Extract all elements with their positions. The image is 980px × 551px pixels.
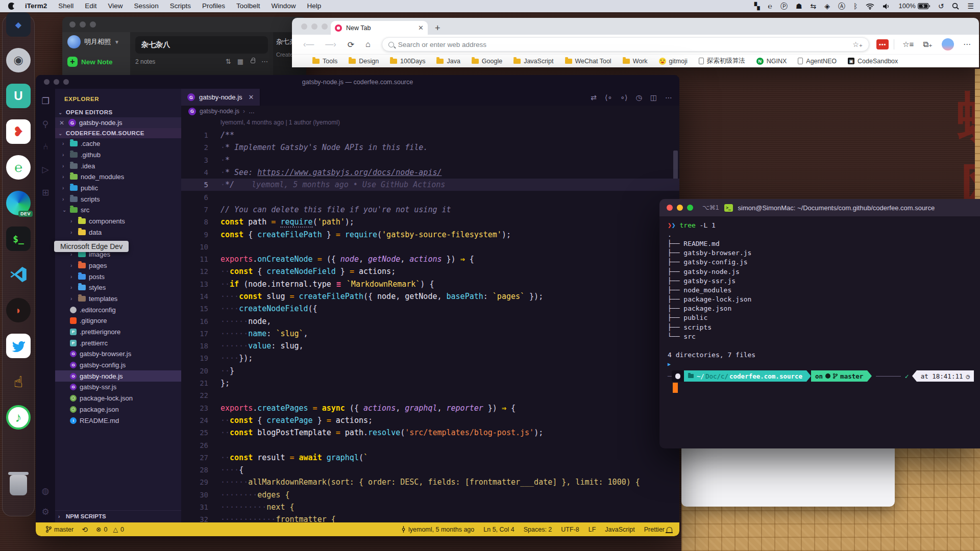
tree-item-pages[interactable]: ›pages xyxy=(55,260,181,271)
wifi-icon[interactable] xyxy=(866,3,874,10)
code-editor[interactable]: lyemoml, 4 months ago | 1 author (lyemom… xyxy=(181,117,679,522)
tree-item-node_modules[interactable]: ›node_modules xyxy=(55,171,181,183)
menu-item-window[interactable]: Window xyxy=(266,0,301,12)
tree-item-README.md[interactable]: iREADME.md xyxy=(55,415,181,426)
menu-item-app[interactable]: iTerm2 xyxy=(20,0,52,12)
problems-status[interactable]: ⊗0 △0 xyxy=(96,525,124,533)
menu-item-scripts[interactable]: Scripts xyxy=(165,0,196,12)
tree-item-src[interactable]: ⌄src xyxy=(55,205,181,216)
vscode-titlebar[interactable]: gatsby-node.js — coderfee.com.source xyxy=(36,75,679,89)
blame-status[interactable]: lyemoml, 5 months ago xyxy=(401,526,474,533)
spotlight-icon[interactable] xyxy=(952,3,959,10)
next-change-icon[interactable]: ∘⟩ xyxy=(620,93,627,102)
lock-icon[interactable] xyxy=(251,60,255,63)
breadcrumb[interactable]: G gatsby-node.js › … xyxy=(181,106,679,117)
dock-item-red-bird-app[interactable]: ❥ xyxy=(5,118,32,145)
notes-close-button[interactable] xyxy=(69,21,76,28)
new-note-button[interactable]: + New Note xyxy=(67,57,125,67)
tree-item-gatsby-browser.js[interactable]: Ggatsby-browser.js xyxy=(55,348,181,360)
run-debug-icon[interactable]: ▷ xyxy=(42,164,48,175)
window-manager-icon[interactable]: ▚ xyxy=(754,0,760,12)
source-control-icon[interactable]: ⑃ xyxy=(43,142,48,152)
note-list-item[interactable]: 杂七杂八 xyxy=(135,36,268,54)
home-icon[interactable]: ⌂ xyxy=(361,40,375,49)
terminal-titlebar[interactable]: ⌥⌘1 >_ simon@SimonMac: ~/Documents/com.g… xyxy=(659,199,980,216)
notes-minimize-button[interactable] xyxy=(80,21,86,28)
menu-item-toolbelt[interactable]: Toolbelt xyxy=(231,0,265,12)
evernote-icon[interactable]: ℮ xyxy=(768,0,772,12)
timeline-icon[interactable]: ◷ xyxy=(636,93,642,102)
tree-item-gatsby-ssr.js[interactable]: Ggatsby-ssr.js xyxy=(55,382,181,393)
backup-icon[interactable]: ↺ xyxy=(938,0,944,12)
settings-gear-icon[interactable]: ⚙ xyxy=(41,507,49,517)
editor-tab[interactable]: G gatsby-node.js ✕ xyxy=(181,89,260,106)
browser-minimize-button[interactable] xyxy=(311,23,317,30)
new-tab-button[interactable]: + xyxy=(435,21,440,35)
dock-item-hand-app[interactable]: ☝ xyxy=(5,368,32,395)
dock-item-iterm[interactable]: $_ xyxy=(5,226,32,252)
split-editor-icon[interactable]: ◫ xyxy=(650,93,657,102)
dock-item-utools[interactable]: U xyxy=(5,83,32,109)
menu-list-icon[interactable]: ☰ xyxy=(967,0,974,12)
status-spaces[interactable]: Spaces: 2 xyxy=(524,526,552,533)
notifications-bell-icon[interactable] xyxy=(667,527,672,532)
bookmark-Design[interactable]: Design xyxy=(349,58,379,65)
more-actions-icon[interactable]: ⋯ xyxy=(665,93,672,102)
tree-item-templates[interactable]: ›templates xyxy=(55,293,181,305)
browser-zoom-button[interactable] xyxy=(322,23,328,30)
bookmark-Google[interactable]: Google xyxy=(472,58,502,65)
browser-more-icon[interactable]: ⋯ xyxy=(960,40,974,49)
dock-item-twitter[interactable] xyxy=(5,333,32,359)
dock-item-music-app[interactable]: ♪ xyxy=(5,404,32,431)
tree-item-scripts[interactable]: ›scripts xyxy=(55,193,181,205)
bluetooth-icon[interactable]: ᛒ xyxy=(853,0,857,12)
tree-item-package-lock.json[interactable]: ⬡package-lock.json xyxy=(55,393,181,404)
tree-item-.gitignore[interactable]: .gitignore xyxy=(55,315,181,327)
terminal-zoom-button[interactable] xyxy=(687,205,693,211)
menu-item-profiles[interactable]: Profiles xyxy=(197,0,230,12)
tree-item-.prettierignore[interactable]: P.prettierignore xyxy=(55,327,181,338)
menu-item-edit[interactable]: Edit xyxy=(80,0,102,12)
back-icon[interactable]: ‹— xyxy=(299,40,318,49)
extensions-icon[interactable]: ⊞ xyxy=(42,187,49,198)
tree-item-components[interactable]: ›components xyxy=(55,216,181,227)
tab-close-icon[interactable]: ✕ xyxy=(249,93,254,101)
reload-icon[interactable]: ⟳ xyxy=(344,40,358,49)
tree-item-.editorconfig[interactable]: .editorconfig xyxy=(55,304,181,315)
collections-icon[interactable]: ⧉₊ xyxy=(920,40,936,49)
search-view-icon[interactable]: ⚲ xyxy=(42,119,48,130)
switch-icon[interactable]: ⇆ xyxy=(811,0,817,12)
branch-status[interactable]: master xyxy=(46,526,74,533)
sync-status[interactable]: ⟲ xyxy=(82,525,88,534)
tree-item-public[interactable]: ›public xyxy=(55,183,181,194)
dock-item-dark-blue-app[interactable]: ◆ xyxy=(5,11,32,38)
vscode-zoom-button[interactable] xyxy=(63,79,69,85)
notes-zoom-button[interactable] xyxy=(90,21,96,28)
tree-item-posts[interactable]: ›posts xyxy=(55,271,181,282)
profile-avatar[interactable] xyxy=(942,38,954,51)
bookmark-Tools[interactable]: Tools xyxy=(312,58,337,65)
explorer-icon[interactable]: ❐ xyxy=(41,96,49,107)
account-icon[interactable]: ◍ xyxy=(42,486,50,496)
tree-item-package.json[interactable]: ⬡package.json xyxy=(55,404,181,415)
browser-tabstrip[interactable]: New Tab ✕ + xyxy=(292,18,979,35)
sort-icon[interactable]: ⇅ xyxy=(226,58,231,65)
status-prettier[interactable]: Prettier xyxy=(644,526,665,533)
menu-item-shell[interactable]: Shell xyxy=(53,0,79,12)
browser-close-button[interactable] xyxy=(301,23,307,30)
extension-icon[interactable]: ••• xyxy=(876,39,889,49)
dock-item-launchpad[interactable]: ◉ xyxy=(5,47,32,73)
status-ln[interactable]: Ln 5, Col 4 xyxy=(483,526,514,533)
menu-item-session[interactable]: Session xyxy=(129,0,164,12)
close-icon[interactable]: ✕ xyxy=(59,119,65,127)
tree-item-.idea[interactable]: ›.idea xyxy=(55,160,181,171)
vscode-close-button[interactable] xyxy=(44,79,50,85)
notes-titlebar[interactable] xyxy=(62,17,306,32)
project-root-section[interactable]: ⌄CODERFEE.COM.SOURCE xyxy=(55,128,181,138)
terminal-close-button[interactable] xyxy=(667,205,673,211)
dock-item-edge-dev[interactable]: DEV xyxy=(5,190,32,216)
browser-tab[interactable]: New Tab ✕ xyxy=(331,21,428,35)
forward-icon[interactable]: —› xyxy=(321,40,340,49)
terminal-content[interactable]: ❯❯ tree -L 1 . ├── README.md├── gatsby-b… xyxy=(659,216,980,393)
bookmark-NGINX[interactable]: NNGINX xyxy=(756,58,787,65)
